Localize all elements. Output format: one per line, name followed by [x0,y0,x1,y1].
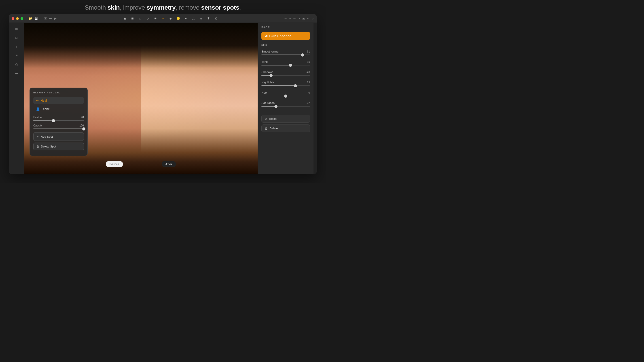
highlights-control: Highlights 23 [258,79,314,90]
icon-back[interactable]: ↶ [294,17,296,20]
toolbar-transform-icon[interactable]: ◇ [145,16,150,21]
add-spot-button[interactable]: ＋ Add Spot [33,132,84,141]
titlebar: 📁 💾 ↑ ⓘ ••• ▶ ◉ ⊞ □ ◇ ☀ ✏ ◈ 🙂 ✒ △ ◈ T ⟨⟩… [9,14,317,23]
smoothening-value: 31 [307,50,310,53]
tone-slider[interactable] [262,65,310,65]
sidebar-icon-3[interactable]: ↑ [12,42,21,50]
icon-redo[interactable]: ↪ [289,17,291,20]
toolbar-text-icon[interactable]: T [206,16,211,21]
after-image [141,23,258,174]
feather-slider-row: Feather 40 [33,116,84,121]
opacity-slider-fill [33,128,84,129]
smoothening-control: Smoothening 31 [258,48,314,59]
split-line [141,23,141,174]
feather-slider-fill [33,120,54,121]
icon-undo[interactable]: ↩ [284,17,287,20]
icon-info[interactable]: ⓘ [44,16,47,20]
hue-thumb[interactable] [284,94,287,98]
opacity-slider-row: Opacity 100 [33,124,84,129]
toolbar-grid-icon[interactable]: ⊞ [130,16,135,21]
saturation-slider[interactable] [262,106,310,107]
icon-play[interactable]: ▶ [54,17,56,20]
hue-fill [262,96,286,96]
icon-settings[interactable]: ⚙ [307,17,310,20]
feather-label: Feather [33,116,42,119]
main-content: ⊞ □ ↑ ↗ ◎ ••• [9,23,317,174]
shadows-thumb[interactable] [270,74,272,77]
sidebar-icon-6[interactable]: ••• [12,69,21,77]
saturation-fill [262,106,276,107]
opacity-slider-track[interactable] [33,128,84,129]
smoothening-thumb[interactable] [301,53,304,56]
heal-button[interactable]: ✏ Heal [33,97,84,104]
sidebar-icon-4[interactable]: ↗ [12,51,21,59]
delete-icon: 🗑 [265,127,268,130]
reset-button[interactable]: ↺ Reset [262,115,310,123]
clone-button[interactable]: 👤 Clone [33,105,84,113]
heal-label: Heal [40,99,47,102]
scrollbar-track[interactable] [314,23,317,174]
highlights-label: Highlights [262,81,274,84]
delete-spot-button[interactable]: 🗑 Delete Spot [33,143,84,150]
toolbar-crop-icon[interactable]: □ [138,16,143,21]
highlights-slider[interactable] [262,85,310,86]
saturation-label: Saturation [262,101,274,105]
icon-more[interactable]: ••• [49,17,52,20]
toolbar-center: ◉ ⊞ □ ◇ ☀ ✏ ◈ 🙂 ✒ △ ◈ T ⟨⟩ [58,16,283,21]
icon-forward[interactable]: ↷ [298,17,300,20]
dot-red[interactable] [12,17,14,20]
tone-thumb[interactable] [289,64,292,67]
opacity-value: 100 [80,124,84,127]
photo-container: Before After BLEMISH REMOVAL ✏ Heal 👤 Cl… [24,23,258,174]
app-window: 📁 💾 ↑ ⓘ ••• ▶ ◉ ⊞ □ ◇ ☀ ✏ ◈ 🙂 ✒ △ ◈ T ⟨⟩… [9,14,317,174]
dot-green[interactable] [20,17,23,20]
icon-save[interactable]: 💾 [34,17,38,20]
headline-bold-2: symmetry [146,4,176,11]
toolbar-mask-icon[interactable]: △ [191,16,196,21]
toolbar-texture-icon[interactable]: ◈ [168,16,173,21]
tone-label: Tone [262,60,268,63]
hue-slider[interactable] [262,96,310,96]
before-label: Before [106,161,123,167]
toolbar-eye-icon[interactable]: ◉ [122,16,128,21]
toolbar-face-icon[interactable]: 🙂 [176,16,181,21]
shadows-slider[interactable] [262,75,310,76]
icon-compare[interactable]: ▣ [302,17,305,20]
shadows-label: Shadows [262,70,273,74]
add-spot-icon: ＋ [36,134,39,139]
icon-folder[interactable]: 📁 [28,17,32,20]
photo-after [141,23,258,174]
highlights-value: 23 [307,81,310,84]
saturation-thumb[interactable] [274,105,278,108]
headline: Smooth skin, improve symmetry, remove se… [0,0,326,14]
panel-divider [262,112,310,112]
headline-bold-3: sensor spots [201,4,239,11]
smoothening-fill [262,54,302,55]
icon-fullscreen[interactable]: ⤢ [312,17,314,20]
toolbar-code-icon[interactable]: ⟨⟩ [214,16,219,21]
feather-slider-track[interactable] [33,120,84,121]
heal-icon: ✏ [36,99,39,102]
highlights-thumb[interactable] [294,84,297,87]
sidebar-icon-1[interactable]: ⊞ [12,24,21,33]
toolbar-brush-icon[interactable]: ✏ [160,16,166,21]
toolbar-layer-icon[interactable]: ◈ [198,16,204,21]
toolbar-light-icon[interactable]: ☀ [153,16,158,21]
toolbar-erase-icon[interactable]: ✒ [183,16,188,21]
feather-slider-thumb[interactable] [52,119,55,122]
saturation-value: -22 [306,101,310,105]
delete-label: Delete [270,127,278,130]
icon-export[interactable]: ↑ [40,17,42,20]
hue-label: Hue [262,91,267,94]
dot-yellow[interactable] [16,17,19,20]
sidebar-icon-2[interactable]: □ [12,33,21,41]
smoothening-slider[interactable] [262,54,310,55]
sidebar-icon-5[interactable]: ◎ [12,60,21,68]
after-label: After [162,161,176,167]
opacity-slider-thumb[interactable] [82,127,86,130]
left-sidebar: ⊞ □ ↑ ↗ ◎ ••• [9,23,24,174]
highlights-fill [262,85,296,86]
delete-button[interactable]: 🗑 Delete [262,124,310,132]
ai-skin-enhance-button[interactable]: AI Skin Enhance [262,32,310,40]
smoothening-label: Smoothening [262,50,278,53]
